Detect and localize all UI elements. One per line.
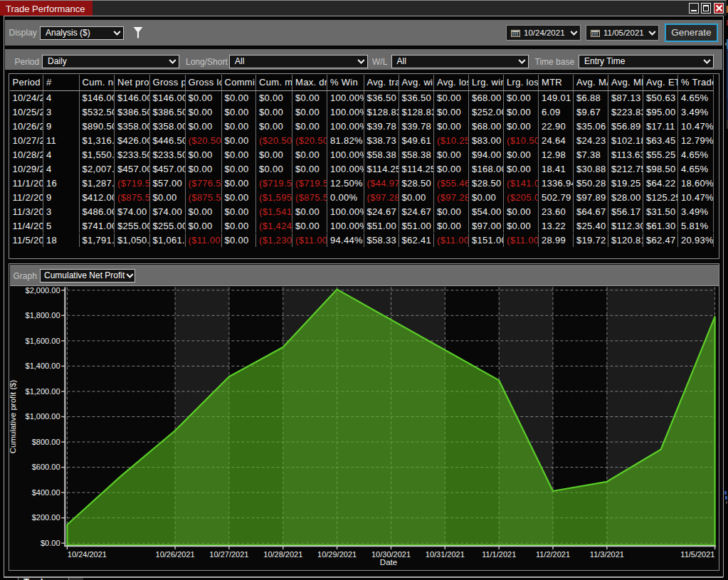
svg-text:10/30/2021: 10/30/2021 xyxy=(371,549,410,558)
svg-text:11/1/2021: 11/1/2021 xyxy=(482,549,516,558)
svg-text:10/26/2021: 10/26/2021 xyxy=(155,549,194,558)
svg-text:Cumulative profit ($): Cumulative profit ($) xyxy=(10,379,17,453)
svg-text:10/24/2021: 10/24/2021 xyxy=(67,549,106,558)
svg-text:10/29/2021: 10/29/2021 xyxy=(317,549,357,558)
svg-text:$1,400.00: $1,400.00 xyxy=(25,362,60,370)
svg-text:11/3/2021: 11/3/2021 xyxy=(589,549,623,558)
svg-text:11/5/2021: 11/5/2021 xyxy=(680,549,714,558)
svg-text:Date: Date xyxy=(379,558,396,566)
svg-text:10/27/2021: 10/27/2021 xyxy=(209,549,248,558)
svg-text:$200.00: $200.00 xyxy=(31,513,60,522)
svg-text:$600.00: $600.00 xyxy=(31,463,60,471)
svg-text:11/2/2021: 11/2/2021 xyxy=(535,549,569,558)
svg-text:$1,000.00: $1,000.00 xyxy=(25,412,60,421)
svg-text:$1,800.00: $1,800.00 xyxy=(25,311,60,320)
svg-text:$800.00: $800.00 xyxy=(31,437,60,445)
svg-text:$0.00: $0.00 xyxy=(40,538,60,547)
svg-text:10/31/2021: 10/31/2021 xyxy=(425,549,464,558)
svg-text:$1,200.00: $1,200.00 xyxy=(25,386,60,395)
svg-text:$1,600.00: $1,600.00 xyxy=(25,336,60,344)
svg-text:$2,000.00: $2,000.00 xyxy=(25,287,60,295)
svg-text:$400.00: $400.00 xyxy=(31,487,60,496)
svg-text:10/28/2021: 10/28/2021 xyxy=(263,549,302,558)
